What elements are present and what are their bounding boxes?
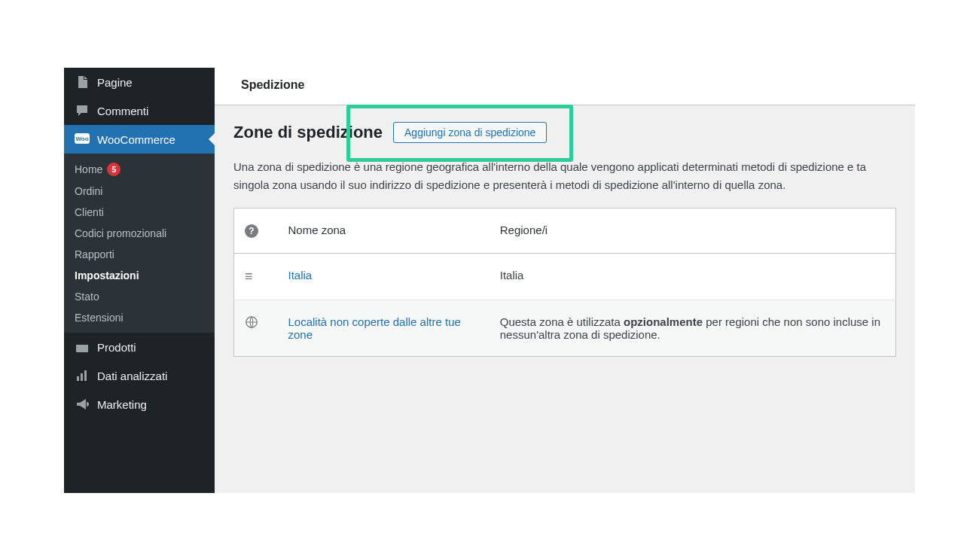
add-shipping-zone-button[interactable]: Aggiungi zona di spedizione: [393, 122, 547, 143]
sidebar-item-label: Marketing: [97, 398, 147, 411]
submenu-settings[interactable]: Impostazioni: [64, 265, 215, 286]
svg-rect-4: [77, 376, 79, 381]
submenu-label: Impostazioni: [75, 269, 139, 282]
submenu-status[interactable]: Stato: [64, 286, 215, 307]
admin-sidebar: Pagine Commenti Woo WooCommerce Home 5 O…: [64, 68, 215, 493]
sidebar-item-marketing[interactable]: Marketing: [64, 390, 215, 418]
section-title: Zone di spedizione: [233, 123, 383, 142]
submenu-label: Estensioni: [75, 312, 124, 324]
submenu-orders[interactable]: Ordini: [64, 181, 215, 202]
submenu-customers[interactable]: Clienti: [64, 202, 215, 223]
main-content: Spedizione Zone di spedizione Aggiungi z…: [215, 68, 915, 493]
submenu-coupons[interactable]: Codici promozionali: [64, 223, 215, 244]
zone-name-link[interactable]: Italia: [288, 269, 313, 282]
submenu-home[interactable]: Home 5: [64, 158, 215, 181]
submenu-label: Stato: [75, 291, 99, 303]
zone-row: ≡ Italia Italia: [234, 254, 896, 300]
fallback-zone-description: Questa zona è utilizzata opzionalmente p…: [490, 300, 896, 357]
notification-badge: 5: [107, 163, 120, 176]
shipping-zones-table: ? Nome zona Regione/i ≡ Italia: [233, 208, 896, 357]
column-header-region: Regione/i: [490, 208, 896, 254]
pages-icon: [75, 75, 90, 90]
drag-handle-icon[interactable]: ≡: [245, 269, 253, 285]
submenu-label: Clienti: [75, 206, 104, 218]
woo-icon: Woo: [75, 132, 90, 147]
svg-rect-5: [81, 373, 83, 381]
svg-rect-3: [76, 342, 88, 345]
sidebar-item-woocommerce[interactable]: Woo WooCommerce: [64, 125, 215, 154]
marketing-icon: [75, 397, 90, 412]
comment-icon: [75, 103, 90, 118]
globe-icon: [245, 317, 258, 332]
fallback-zone-link[interactable]: Località non coperte dalle altre tue zon…: [288, 315, 461, 341]
submenu-label: Ordini: [75, 185, 102, 197]
tab-shipping[interactable]: Spedizione: [233, 68, 312, 105]
sidebar-item-comments[interactable]: Commenti: [64, 96, 215, 125]
fallback-zone-row: Località non coperte dalle altre tue zon…: [234, 300, 896, 357]
help-icon[interactable]: ?: [245, 224, 258, 238]
submenu-reports[interactable]: Rapporti: [64, 244, 215, 265]
products-icon: [75, 339, 90, 355]
submenu-label: Home: [75, 163, 102, 175]
sidebar-item-label: Commenti: [97, 105, 148, 117]
sidebar-item-label: Prodotti: [97, 341, 136, 354]
submenu-label: Codici promozionali: [75, 227, 166, 239]
svg-rect-6: [84, 370, 87, 381]
submenu-extensions[interactable]: Estensioni: [64, 307, 215, 328]
svg-text:Woo: Woo: [75, 135, 88, 142]
analytics-icon: [75, 368, 90, 383]
sidebar-item-analytics[interactable]: Dati analizzati: [64, 361, 215, 390]
sidebar-item-label: Dati analizzati: [97, 370, 167, 382]
settings-tabbar: Spedizione: [215, 68, 915, 105]
sidebar-item-label: Pagine: [97, 76, 133, 89]
sidebar-item-products[interactable]: Prodotti: [64, 333, 215, 361]
column-header-name: Nome zona: [278, 208, 490, 254]
section-description: Una zona di spedizione è una regione geo…: [233, 158, 896, 194]
zone-region: Italia: [490, 254, 896, 300]
woocommerce-submenu: Home 5 Ordini Clienti Codici promozional…: [64, 154, 215, 333]
submenu-label: Rapporti: [75, 248, 114, 260]
sidebar-item-label: WooCommerce: [97, 133, 175, 146]
sidebar-item-pages[interactable]: Pagine: [64, 68, 215, 96]
